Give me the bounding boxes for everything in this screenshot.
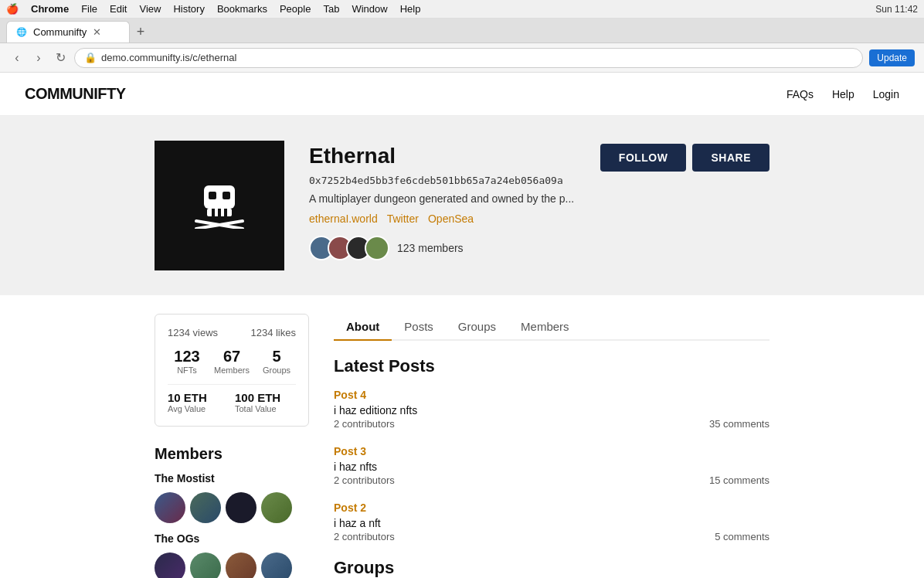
- tabs: About Posts Groups Members: [334, 314, 769, 341]
- link-ethernal-world[interactable]: ethernaI.world: [309, 212, 378, 225]
- menu-history[interactable]: History: [173, 3, 204, 15]
- ogs-title: The OGs: [155, 532, 309, 545]
- post-4-link[interactable]: Post 4: [334, 389, 769, 401]
- avg-value-stat: 10 ETH Avg Value: [168, 391, 229, 413]
- app-logo: COMMUNIfTY: [25, 85, 126, 103]
- menu-bookmarks[interactable]: Bookmarks: [217, 3, 267, 15]
- hero-actions: FOLLOW SHARE: [600, 141, 769, 172]
- groups-heading: Groups: [334, 558, 769, 578]
- tab-posts[interactable]: Posts: [392, 314, 446, 341]
- total-value-stat: 100 ETH Total Value: [235, 391, 296, 413]
- menu-tab[interactable]: Tab: [323, 3, 339, 15]
- latest-posts-heading: Latest Posts: [334, 356, 769, 376]
- stat-divider: [168, 384, 296, 385]
- members-stat: 67 Members: [212, 348, 251, 375]
- post-4-meta: 2 contributors 35 comments: [334, 418, 769, 430]
- views-stat: 1234 views: [168, 327, 218, 338]
- refresh-button[interactable]: ↻: [53, 50, 68, 66]
- update-button[interactable]: Update: [869, 49, 915, 66]
- follow-button[interactable]: FOLLOW: [600, 144, 687, 172]
- system-time: Sun 11:42: [875, 4, 918, 15]
- browser-tab[interactable]: 🌐 Communifty ✕: [6, 21, 130, 42]
- mostist-avatars: [155, 492, 309, 523]
- menu-window[interactable]: Window: [352, 3, 387, 15]
- total-eth-value: 100 ETH: [235, 391, 296, 404]
- groups-section: Groups Group 4: [334, 558, 769, 578]
- post-3-link[interactable]: Post 3: [334, 445, 769, 457]
- svg-rect-4: [212, 209, 215, 216]
- ogs-avatar-3[interactable]: [226, 552, 256, 578]
- mostist-avatar-2[interactable]: [190, 492, 221, 523]
- mostist-avatar-1[interactable]: [155, 492, 185, 523]
- menu-file[interactable]: File: [81, 3, 97, 15]
- tab-title: Communifty: [33, 26, 87, 38]
- nav-help[interactable]: Help: [832, 88, 854, 100]
- post-4-title: i haz editionz nfts: [334, 404, 769, 416]
- app-header: COMMUNIfTY FAQs Help Login: [0, 73, 924, 116]
- address-bar[interactable]: 🔒 demo.communifty.is/c/ethernal: [74, 48, 863, 68]
- post-4-comments: 35 comments: [709, 418, 769, 430]
- members-value: 67: [212, 348, 251, 366]
- groups-label: Groups: [257, 366, 296, 375]
- post-3-meta: 2 contributors 15 comments: [334, 474, 769, 486]
- svg-rect-6: [224, 209, 227, 216]
- new-tab-button[interactable]: +: [130, 21, 151, 42]
- tab-close-button[interactable]: ✕: [93, 26, 101, 38]
- member-avatars: [309, 236, 389, 260]
- nav-login[interactable]: Login: [873, 88, 899, 100]
- post-2-title: i haz a nft: [334, 517, 769, 529]
- left-sidebar: 1234 views 1234 likes 123 NFTs 67 Member…: [155, 314, 309, 578]
- tab-members[interactable]: Members: [508, 314, 582, 341]
- community-avatar-image: [155, 141, 284, 270]
- svg-rect-2: [223, 192, 230, 199]
- community-name: Ethernal: [309, 144, 576, 168]
- post-item-4: Post 4 i haz editionz nfts 2 contributor…: [334, 389, 769, 430]
- community-links: ethernaI.world Twitter OpenSea: [309, 212, 576, 225]
- post-item-3: Post 3 i haz nfts 2 contributors 15 comm…: [334, 445, 769, 486]
- nfts-stat: 123 NFTs: [168, 348, 206, 375]
- stats-top: 1234 views 1234 likes: [168, 327, 296, 338]
- svg-rect-1: [209, 192, 216, 199]
- stats-eth: 10 ETH Avg Value 100 ETH Total Value: [168, 391, 296, 413]
- nav-faqs[interactable]: FAQs: [786, 88, 814, 100]
- tab-about[interactable]: About: [334, 314, 392, 341]
- menu-edit[interactable]: Edit: [110, 3, 127, 15]
- post-3-contributors: 2 contributors: [334, 474, 395, 486]
- mostist-avatar-3[interactable]: [226, 492, 256, 523]
- ogs-avatar-2[interactable]: [190, 552, 221, 578]
- skull-svg: [189, 182, 250, 229]
- apple-menu[interactable]: 🍎: [6, 3, 19, 15]
- post-item-2: Post 2 i haz a nft 2 contributors 5 comm…: [334, 502, 769, 542]
- hero-section: Ethernal 0x7252b4ed5bb3fe6cdeb501bb65a7a…: [0, 116, 924, 295]
- browser-tab-bar: 🌐 Communifty ✕ +: [0, 19, 924, 43]
- share-button[interactable]: SHARE: [692, 144, 769, 172]
- nfts-value: 123: [168, 348, 206, 366]
- menu-chrome[interactable]: Chrome: [31, 3, 69, 15]
- community-info: Ethernal 0x7252b4ed5bb3fe6cdeb501bb65a7a…: [309, 141, 576, 260]
- ogs-avatar-1[interactable]: [155, 552, 185, 578]
- main-content: 1234 views 1234 likes 123 NFTs 67 Member…: [0, 295, 924, 578]
- menu-view[interactable]: View: [139, 3, 161, 15]
- post-4-contributors: 2 contributors: [334, 418, 395, 430]
- mostist-avatar-4[interactable]: [261, 492, 292, 523]
- nfts-label: NFTs: [168, 366, 206, 375]
- avg-eth-value: 10 ETH: [168, 391, 229, 404]
- post-2-comments: 5 comments: [715, 531, 769, 542]
- member-count: 123 members: [397, 242, 464, 254]
- link-twitter[interactable]: Twitter: [387, 212, 419, 225]
- post-2-link[interactable]: Post 2: [334, 502, 769, 514]
- tab-groups[interactable]: Groups: [446, 314, 508, 341]
- groups-value: 5: [257, 348, 296, 366]
- right-content: About Posts Groups Members Latest Posts …: [334, 314, 769, 578]
- menu-people[interactable]: People: [280, 3, 311, 15]
- link-opensea[interactable]: OpenSea: [428, 212, 474, 225]
- ogs-avatars: [155, 552, 309, 578]
- ogs-avatar-4[interactable]: [261, 552, 292, 578]
- stats-box: 1234 views 1234 likes 123 NFTs 67 Member…: [155, 314, 309, 427]
- forward-button[interactable]: ›: [31, 50, 46, 66]
- stats-grid: 123 NFTs 67 Members 5 Groups: [168, 348, 296, 375]
- back-button[interactable]: ‹: [9, 50, 25, 66]
- url-text: demo.communifty.is/c/ethernal: [101, 52, 236, 63]
- svg-rect-5: [218, 209, 221, 216]
- menu-help[interactable]: Help: [400, 3, 421, 15]
